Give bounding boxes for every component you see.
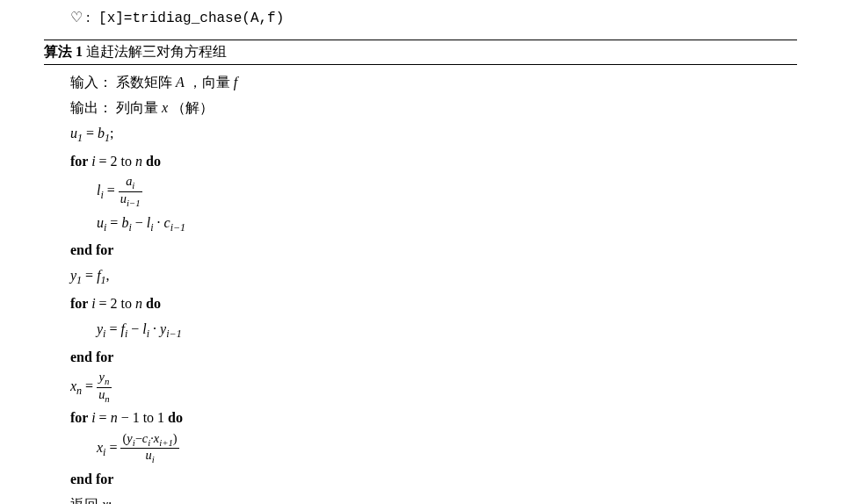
ui-dot: ·	[157, 215, 164, 230]
u1-lhs: u	[70, 126, 77, 140]
output-note: （解）	[171, 100, 214, 115]
algorithm-block: 算法 1 追赶法解三对角方程组 输入： 系数矩阵 A ，向量 f 输出： 列向量…	[44, 40, 797, 504]
li-den: u	[120, 191, 127, 205]
algorithm-body: 输入： 系数矩阵 A ，向量 f 输出： 列向量 x （解） u1 = b1; …	[44, 65, 797, 504]
u1-sub: 1	[77, 133, 83, 145]
endfor3: end for	[70, 467, 797, 491]
xi-den-sub: i	[152, 454, 155, 464]
endfor1: end for	[70, 238, 797, 262]
xn-eq: =	[85, 378, 97, 393]
endfor3-text: end for	[70, 472, 113, 486]
return-line: 返回 x;	[70, 493, 797, 504]
u1-end: ;	[110, 126, 113, 140]
input-sep: ，向量	[188, 75, 234, 90]
for1-mid: = 2 to	[99, 154, 135, 169]
for2-body: yi = fi − li · yi−1	[70, 317, 797, 343]
input-var-f: f	[234, 75, 237, 90]
xi-den: u	[145, 448, 151, 462]
ui-c: c	[164, 215, 170, 230]
for3-pre: for	[70, 410, 91, 425]
output-text: 列向量	[116, 100, 162, 115]
li-num-sub: i	[132, 180, 134, 191]
input-var-a: A	[176, 75, 185, 90]
for3-n: n	[111, 410, 118, 425]
ui-b-sub: i	[128, 221, 131, 234]
return-label: 返回	[70, 497, 102, 504]
for1-body2: ui = bi − li · ci−1	[70, 211, 797, 237]
algo-title-text: 追赶法解三对角方程组	[86, 44, 227, 59]
output-var: x	[162, 100, 168, 115]
input-line: 输入： 系数矩阵 A ，向量 f	[70, 70, 797, 94]
ui-sub: i	[104, 221, 106, 234]
xi-frac: (yi−ci·xi+1) ui	[120, 432, 178, 466]
for2-post: do	[146, 296, 161, 311]
u1-rhs: b	[98, 126, 105, 140]
for1-post: do	[146, 154, 161, 169]
for2-var: i	[91, 296, 95, 311]
y1-sub: 1	[76, 275, 82, 287]
y1-line: y1 = f1,	[70, 263, 797, 290]
xn-frac: yn un	[97, 371, 112, 405]
for3-var: i	[91, 410, 95, 425]
li-den-sub: i−1	[127, 198, 141, 208]
xn-line: xn = yn un	[70, 371, 797, 405]
li-sub: i	[100, 189, 103, 201]
return-end: ;	[108, 497, 112, 504]
for3-mid: =	[99, 410, 111, 425]
for1-line: for i = 2 to n do	[70, 149, 797, 173]
ui-eq: =	[110, 215, 121, 230]
for2-mid: = 2 to	[99, 296, 135, 311]
yi-sub: i	[103, 328, 105, 340]
yi-y-sub: i−1	[166, 328, 181, 340]
algo-label: 算法 1	[44, 44, 83, 59]
ui-minus: −	[135, 215, 147, 230]
endfor2: end for	[70, 345, 797, 369]
code-text: [x]=tridiag_chase(A,f)	[98, 11, 284, 26]
for2-pre: for	[70, 296, 91, 311]
xn-sub: n	[76, 385, 82, 397]
output-line: 输出： 列向量 x （解）	[70, 96, 797, 119]
header-code-line: ♡ : [x]=tridiag_chase(A,f)	[70, 9, 797, 26]
xi-close: )	[173, 431, 178, 445]
y1-end: ,	[106, 268, 110, 283]
ui-c-sub: i−1	[170, 221, 185, 234]
xi-eq: =	[109, 440, 120, 455]
yi-dot: ·	[153, 321, 160, 336]
for3-post: do	[168, 410, 183, 425]
algorithm-title: 算法 1 追赶法解三对角方程组	[44, 40, 797, 65]
xi-x-sub: i+1	[159, 437, 173, 448]
for1-body1: li = ai ui−1	[70, 175, 797, 209]
ui-lhs: u	[97, 215, 104, 230]
li-eq: =	[107, 183, 119, 198]
for2-n: n	[135, 296, 142, 311]
xn-num-sub: n	[105, 376, 109, 386]
input-label: 输入：	[70, 75, 112, 90]
li-frac: ai ui−1	[119, 175, 142, 209]
for1-n: n	[135, 154, 142, 169]
output-label: 输出：	[70, 100, 112, 115]
xn-den-sub: n	[105, 393, 109, 404]
yi-f-sub: i	[125, 328, 127, 340]
u1-line: u1 = b1;	[70, 121, 797, 148]
ui-l-sub: i	[150, 221, 153, 234]
yi-eq: =	[109, 321, 120, 336]
for1-pre: for	[70, 154, 91, 169]
xi-sub: i	[103, 446, 105, 458]
xi-minus: −	[135, 431, 142, 445]
endfor1-text: end for	[70, 242, 113, 257]
for3-minus1: − 1 to 1	[121, 410, 164, 425]
for2-line: for i = 2 to n do	[70, 292, 797, 315]
yi-l-sub: i	[147, 328, 149, 340]
y1-eq: =	[85, 268, 97, 283]
for3-body: xi = (yi−ci·xi+1) ui	[70, 432, 797, 466]
yi-minus: −	[131, 321, 142, 336]
for1-var: i	[91, 154, 95, 169]
endfor2-text: end for	[70, 349, 113, 364]
for3-line: for i = n − 1 to 1 do	[70, 406, 797, 429]
heart-icon: ♡ :	[70, 10, 90, 25]
input-text: 系数矩阵	[116, 75, 176, 90]
u1-eq: =	[86, 126, 98, 140]
